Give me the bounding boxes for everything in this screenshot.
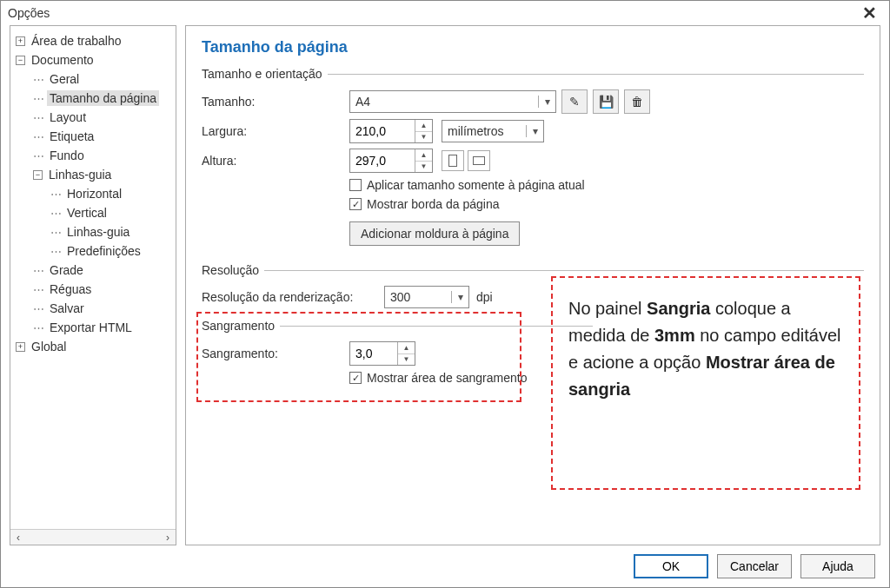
portrait-icon — [448, 155, 457, 167]
titlebar: Opções ✕ — [1, 1, 889, 25]
cancel-button[interactable]: Cancelar — [717, 554, 792, 578]
label-width: Largura: — [202, 124, 349, 138]
tree-pane: + Área de trabalho − Documento ⋯ Geral ⋯… — [10, 25, 176, 545]
landscape-icon — [473, 156, 485, 165]
spin-down-icon[interactable]: ▼ — [415, 132, 432, 143]
collapse-icon[interactable]: − — [16, 56, 25, 65]
tree-item-fundo[interactable]: ⋯ Fundo — [14, 146, 172, 165]
options-dialog: Opções ✕ + Área de trabalho − Documento … — [0, 0, 890, 588]
tree-item-geral[interactable]: ⋯ Geral — [14, 69, 172, 89]
tree-content: + Área de trabalho − Documento ⋯ Geral ⋯… — [10, 26, 176, 529]
bleed-input[interactable] — [350, 342, 397, 365]
spin-up-icon[interactable]: ▲ — [415, 120, 432, 132]
chevron-down-icon: ▾ — [451, 291, 468, 303]
unit-combo[interactable]: milímetros ▾ — [442, 120, 544, 142]
trash-icon[interactable]: 🗑 — [624, 89, 650, 114]
tree-item-linhas-guia-sub[interactable]: ⋯ Linhas-guia — [14, 222, 172, 241]
label-render-resolution: Resolução da renderização: — [202, 290, 384, 304]
size-combo[interactable]: A4 ▾ — [349, 90, 556, 113]
help-button[interactable]: Ajuda — [800, 554, 875, 578]
scroll-right-icon[interactable]: › — [160, 531, 176, 545]
tree-item-exportar-html[interactable]: ⋯ Exportar HTML — [14, 318, 172, 337]
tree-item-global[interactable]: + Global — [14, 337, 172, 356]
group-size-orientation: Tamanho e orientação — [202, 67, 864, 81]
main-pane: Tamanho da página Tamanho e orientação T… — [185, 25, 880, 545]
height-input[interactable] — [350, 149, 415, 172]
tree-item-grade[interactable]: ⋯ Grade — [14, 261, 172, 280]
window-title: Opções — [8, 6, 50, 20]
checkbox-checked-icon: ✓ — [349, 198, 362, 210]
orientation-portrait-button[interactable] — [442, 150, 464, 171]
scroll-track[interactable] — [26, 531, 160, 545]
tree-item-etiqueta[interactable]: ⋯ Etiqueta — [14, 127, 172, 146]
group-resolution: Resolução — [202, 263, 864, 277]
tree-item-tamanho-pagina[interactable]: ⋯ Tamanho da página — [14, 89, 172, 108]
edit-icon[interactable]: ✎ — [561, 89, 588, 114]
tree-item-linhas-guia[interactable]: − Linhas-guia — [14, 165, 172, 184]
dialog-body: + Área de trabalho − Documento ⋯ Geral ⋯… — [10, 25, 880, 545]
tree-item-reguas[interactable]: ⋯ Réguas — [14, 280, 172, 299]
annotation-callout: No painel Sangria coloque a medida de 3m… — [551, 276, 860, 490]
tree-item-vertical[interactable]: ⋯ Vertical — [14, 203, 172, 222]
checkbox-unchecked-icon — [349, 179, 362, 191]
tree-item-area-trabalho[interactable]: + Área de trabalho — [14, 31, 172, 50]
save-icon[interactable]: 💾 — [593, 89, 619, 114]
chevron-down-icon: ▾ — [538, 96, 555, 108]
tree-item-layout[interactable]: ⋯ Layout — [14, 108, 172, 127]
spin-down-icon[interactable]: ▼ — [415, 162, 432, 173]
width-input[interactable] — [350, 120, 415, 142]
checkbox-apply-current-page[interactable]: Aplicar tamanho somente à página atual — [349, 178, 864, 192]
ok-button[interactable]: OK — [634, 554, 708, 578]
height-spinner[interactable]: ▲▼ — [349, 149, 433, 173]
tree-item-predefinicoes[interactable]: ⋯ Predefinições — [14, 241, 172, 261]
tree-item-horizontal[interactable]: ⋯ Horizontal — [14, 184, 172, 203]
expand-icon[interactable]: + — [16, 36, 25, 46]
spin-up-icon[interactable]: ▲ — [415, 149, 432, 162]
bleed-spinner[interactable]: ▲▼ — [349, 341, 415, 366]
tree-item-salvar[interactable]: ⋯ Salvar — [14, 299, 172, 318]
close-icon[interactable]: ✕ — [857, 3, 882, 23]
label-size: Tamanho: — [202, 95, 349, 109]
horizontal-scrollbar[interactable]: ‹ › — [10, 529, 176, 545]
checkbox-show-page-border[interactable]: ✓ Mostrar borda da página — [349, 197, 864, 211]
scroll-left-icon[interactable]: ‹ — [10, 531, 26, 545]
width-spinner[interactable]: ▲▼ — [349, 119, 433, 143]
orientation-landscape-button[interactable] — [468, 150, 490, 171]
tree-item-documento[interactable]: − Documento — [14, 50, 172, 69]
spin-down-icon[interactable]: ▼ — [398, 354, 415, 366]
collapse-icon[interactable]: − — [33, 170, 43, 180]
label-bleed: Sangramento: — [202, 347, 349, 360]
add-frame-button[interactable]: Adicionar moldura à página — [349, 221, 520, 246]
resolution-combo[interactable]: 300 ▾ — [384, 286, 469, 308]
unit-dpi: dpi — [476, 290, 493, 304]
dialog-footer: OK Cancelar Ajuda — [1, 545, 889, 587]
page-title: Tamanho da página — [202, 38, 864, 56]
expand-icon[interactable]: + — [16, 342, 25, 352]
chevron-down-icon: ▾ — [526, 125, 543, 137]
checkbox-checked-icon: ✓ — [349, 372, 362, 384]
spin-up-icon[interactable]: ▲ — [398, 342, 415, 354]
label-height: Altura: — [202, 154, 349, 168]
